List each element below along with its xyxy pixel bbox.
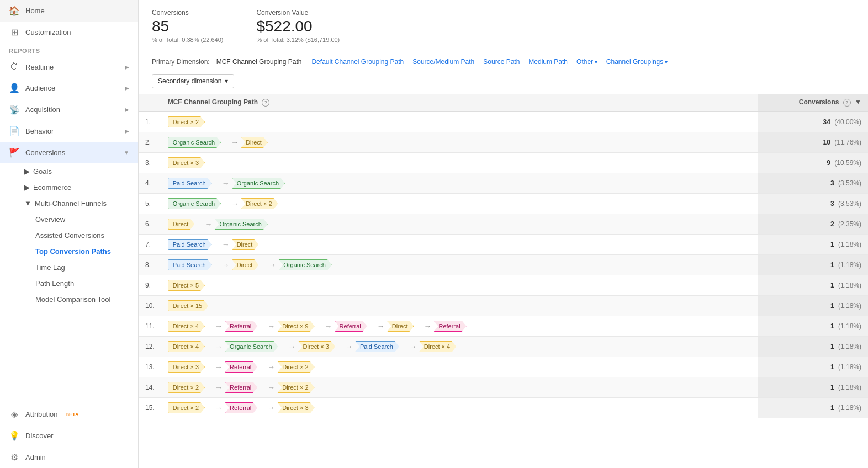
conversion-count: 1: [830, 281, 834, 289]
path-arrow-icon: →: [231, 199, 239, 208]
sidebar-label: Ecommerce: [33, 183, 71, 192]
path-chip-referral: Referral: [335, 321, 367, 332]
sidebar-item-acquisition[interactable]: 📡 Acquisition ▶: [0, 99, 138, 120]
row-number: 11.: [139, 316, 161, 337]
sidebar-item-overview[interactable]: Overview: [29, 211, 138, 227]
sidebar-item-home[interactable]: 🏠 Home: [0, 0, 138, 22]
sidebar-item-goals[interactable]: ▶ Goals: [18, 163, 138, 179]
row-conversions: 1 (1.18%): [758, 235, 868, 255]
tab-source-path[interactable]: Source Path: [480, 56, 523, 68]
table-row: 6.Direct→Organic Search2 (2.35%): [139, 214, 868, 235]
path-arrow-icon: →: [267, 383, 275, 392]
path-chip-organic: Organic Search: [232, 178, 285, 189]
row-path: Direct→Organic Search: [161, 214, 758, 235]
tab-other[interactable]: Other: [573, 56, 601, 68]
discover-icon: 💡: [9, 430, 20, 441]
table-row: 5.Organic Search→Direct × 23 (3.53%): [139, 194, 868, 214]
row-conversions: 1 (1.18%): [758, 398, 868, 418]
chevron-right-icon: ▶: [24, 167, 30, 176]
tab-channel-groupings[interactable]: Channel Groupings: [603, 56, 671, 68]
row-path: Paid Search→Organic Search: [161, 173, 758, 194]
attribution-icon: ◈: [9, 409, 20, 419]
row-number: 10.: [139, 296, 161, 316]
chevron-right-icon: ▶: [24, 183, 30, 192]
sidebar-item-label: Customization: [25, 28, 71, 36]
sidebar-label: Top Conversion Paths: [35, 247, 111, 256]
tab-medium-path[interactable]: Medium Path: [525, 56, 571, 68]
conversion-pct: (1.18%): [837, 322, 861, 330]
table-row: 9.Direct × 51 (1.18%): [139, 275, 868, 296]
row-conversions: 2 (2.35%): [758, 214, 868, 235]
chevron-icon: ▶: [125, 64, 129, 70]
conversion-count: 1: [830, 322, 834, 330]
sidebar-item-attribution[interactable]: ◈ Attribution BETA: [0, 403, 138, 425]
conversion-count: 3: [830, 179, 834, 187]
path-arrow-icon: →: [267, 403, 275, 412]
row-path: Paid Search→Direct→Organic Search: [161, 255, 758, 275]
row-number: 15.: [139, 398, 161, 418]
table-row: 2.Organic Search→Direct10 (11.76%): [139, 132, 868, 153]
audience-icon: 👤: [9, 83, 20, 93]
sidebar-item-label: Realtime: [25, 63, 54, 71]
behavior-icon: 📄: [9, 126, 20, 136]
metrics-bar: Conversions 85 % of Total: 0.38% (22,640…: [139, 0, 868, 50]
path-chip-direct: Direct × 2: [168, 382, 205, 393]
path-chip-direct: Direct × 5: [168, 280, 205, 291]
row-path: Direct × 4→Referral→Direct × 9→Referral→…: [161, 316, 758, 337]
path-arrow-icon: →: [268, 260, 276, 269]
sidebar: 🏠 Home ⊞ Customization REPORTS ⏱ Realtim…: [0, 0, 139, 468]
sidebar-item-assisted-conversions[interactable]: Assisted Conversions: [29, 227, 138, 243]
path-chip-direct: Direct × 2: [241, 198, 278, 209]
sidebar-item-top-conversion-paths[interactable]: Top Conversion Paths: [29, 243, 138, 259]
main-content: Conversions 85 % of Total: 0.38% (22,640…: [139, 0, 868, 468]
sidebar-item-time-lag[interactable]: Time Lag: [29, 259, 138, 275]
sidebar-item-admin[interactable]: ⚙ Admin: [0, 446, 138, 468]
sidebar-item-path-length[interactable]: Path Length: [29, 275, 138, 291]
row-path: Organic Search→Direct: [161, 132, 758, 153]
sidebar-item-label: Behavior: [25, 127, 54, 135]
path-chip-direct: Direct × 15: [168, 300, 209, 311]
path-arrow-icon: →: [267, 363, 275, 371]
path-chip-paid: Paid Search: [168, 259, 212, 270]
path-chip-referral: Referral: [225, 402, 257, 413]
conversion-count: 9: [827, 159, 830, 167]
tab-default-channel-grouping-path[interactable]: Default Channel Grouping Path: [308, 56, 407, 68]
row-conversions: 3 (3.53%): [758, 173, 868, 194]
path-chip-direct: Direct × 3: [168, 157, 205, 168]
conversion-value-sub: % of Total: 3.12% ($16,719.00): [256, 36, 340, 43]
sidebar-item-model-comparison-tool[interactable]: Model Comparison Tool: [29, 291, 138, 307]
path-arrow-icon: →: [204, 220, 212, 228]
row-conversions: 10 (11.76%): [758, 132, 868, 153]
row-number: 12.: [139, 337, 161, 357]
conversions-help-icon[interactable]: ?: [843, 99, 851, 107]
row-conversions: 1 (1.18%): [758, 296, 868, 316]
secondary-dimension-select[interactable]: Secondary dimension ▾: [152, 74, 234, 88]
conversions-sub: % of Total: 0.38% (22,640): [152, 36, 223, 43]
acquisition-icon: 📡: [9, 104, 20, 115]
conversions-table: MCF Channel Grouping Path ? Conversions …: [139, 94, 868, 418]
sidebar-item-realtime[interactable]: ⏱ Realtime ▶: [0, 56, 138, 77]
conversions-metric: Conversions 85 % of Total: 0.38% (22,640…: [152, 9, 223, 43]
sort-desc-icon[interactable]: ▼: [855, 98, 861, 106]
admin-icon: ⚙: [9, 452, 20, 462]
sidebar-item-mcf[interactable]: ▼ Multi-Channel Funnels: [18, 195, 138, 211]
tab-source-medium-path[interactable]: Source/Medium Path: [409, 56, 478, 68]
reports-section-label: REPORTS: [0, 43, 138, 56]
secondary-dimension-bar: Secondary dimension ▾: [139, 68, 868, 94]
conversion-value-label: Conversion Value: [256, 9, 340, 17]
mcf-path-help-icon[interactable]: ?: [262, 99, 269, 107]
conversion-count: 1: [830, 241, 834, 248]
sidebar-item-label: Home: [25, 7, 45, 15]
sidebar-item-discover[interactable]: 💡 Discover: [0, 425, 138, 446]
sidebar-item-conversions[interactable]: 🚩 Conversions ▼: [0, 142, 138, 163]
sidebar-item-ecommerce[interactable]: ▶ Ecommerce: [18, 179, 138, 195]
path-chip-direct: Direct × 3: [277, 402, 314, 413]
conversion-value-value: $522.00: [256, 18, 340, 35]
row-number: 9.: [139, 275, 161, 296]
sidebar-item-behavior[interactable]: 📄 Behavior ▶: [0, 120, 138, 142]
sidebar-item-audience[interactable]: 👤 Audience ▶: [0, 77, 138, 99]
chevron-down-icon: ▼: [124, 150, 129, 156]
conversion-count: 1: [830, 363, 834, 371]
path-chip-direct: Direct × 9: [277, 321, 314, 332]
sidebar-item-customization[interactable]: ⊞ Customization: [0, 22, 138, 43]
